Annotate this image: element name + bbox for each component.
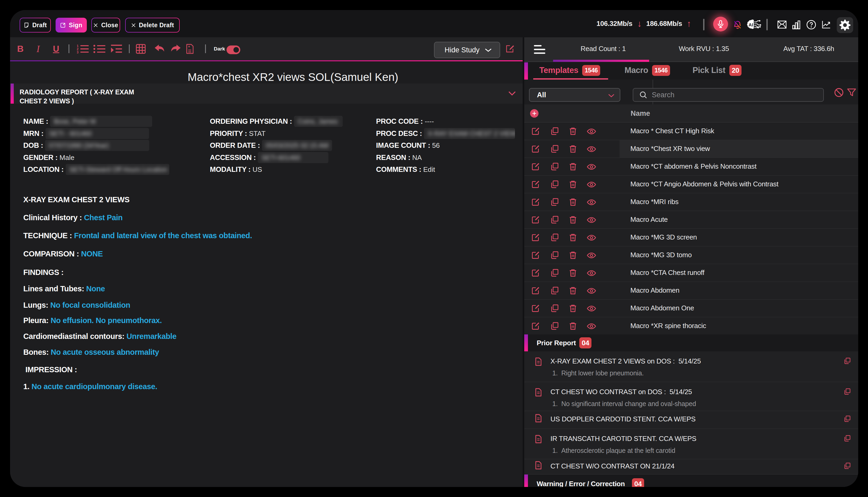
svg-text:AI: AI: [749, 23, 753, 28]
svg-text:3: 3: [77, 51, 79, 54]
svg-text:*: *: [188, 45, 190, 50]
